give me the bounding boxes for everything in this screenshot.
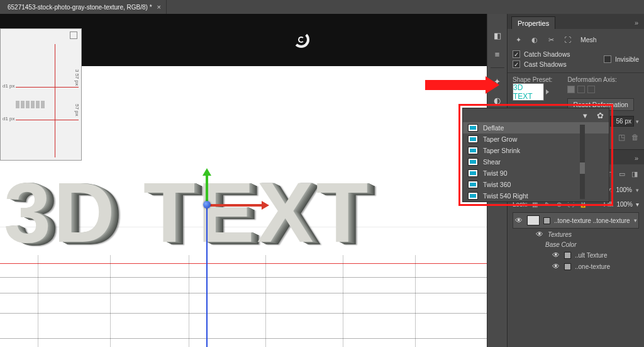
preset-item-label: Taper Grow bbox=[483, 135, 517, 143]
axis-y-button[interactable] bbox=[577, 86, 585, 93]
preset-item-shear[interactable]: Shear bbox=[463, 156, 609, 168]
catch-shadows-label: Catch Shadows bbox=[524, 50, 570, 58]
3d-text-object[interactable]: 3D TEXT bbox=[4, 164, 370, 261]
gear-icon[interactable]: ✿ bbox=[595, 110, 605, 120]
canvas-viewport[interactable]: d1 px d1 px 3 57 px 57 px bbox=[0, 14, 487, 347]
shape-preset-label: Shape Preset: bbox=[513, 76, 552, 83]
visibility-toggle-icon[interactable]: 👁 bbox=[535, 230, 544, 239]
filter-smart-icon[interactable]: ◨ bbox=[630, 169, 639, 179]
cap-mode-icon[interactable]: ✂ bbox=[545, 34, 557, 45]
layer-name[interactable]: ..tone-texture ..tone-texture bbox=[554, 217, 630, 224]
document-tab-bar: 65271453-stock-photo-gray-stone-texture,… bbox=[0, 0, 644, 14]
properties-tab-bar: Properties » bbox=[508, 14, 644, 29]
preset-item-label: Twist 90 bbox=[483, 169, 508, 177]
scrollbar-thumb[interactable] bbox=[580, 162, 585, 174]
preset-dropdown-icon[interactable]: ▾ bbox=[580, 110, 590, 120]
layer-sub-row[interactable]: Base Color bbox=[513, 240, 639, 249]
texture-thumbnail[interactable] bbox=[564, 263, 571, 270]
preset-item-label: Shear bbox=[483, 158, 501, 166]
preset-item-label: Deflate bbox=[483, 124, 504, 132]
chevron-down-icon[interactable]: ▾ bbox=[636, 187, 639, 193]
shape-preset-picker[interactable]: 3D TEXT bbox=[513, 83, 544, 101]
layer-sub-row[interactable]: 👁 ..one-texture bbox=[513, 261, 639, 272]
tool-icon[interactable]: ◧ bbox=[491, 28, 504, 42]
shape-preset-popup: ▾ ✿ Deflate Taper Grow Taper Shrink Shea… bbox=[458, 104, 613, 206]
preset-item-twist-540-right[interactable]: Twist 540 Right bbox=[463, 190, 609, 202]
filter-shape-icon[interactable]: ▭ bbox=[617, 169, 626, 179]
textures-label: Textures bbox=[548, 231, 572, 238]
visibility-toggle-icon[interactable]: 👁 bbox=[552, 251, 560, 259]
fill-value[interactable]: 100% bbox=[616, 201, 633, 208]
layer-sub-row[interactable]: 👁 ..ult Texture bbox=[513, 249, 639, 261]
chevron-down-icon[interactable]: ▾ bbox=[634, 217, 637, 224]
trash-icon[interactable]: 🗑 bbox=[631, 133, 639, 142]
texture-thumbnail[interactable] bbox=[564, 252, 571, 259]
close-icon[interactable]: × bbox=[157, 3, 161, 11]
y-axis-arrow-icon[interactable] bbox=[203, 168, 211, 176]
loading-spinner-icon bbox=[293, 31, 309, 48]
extrude-input-row: ▾ bbox=[610, 116, 639, 127]
layer-3d-badge-icon bbox=[543, 217, 550, 224]
shape-preset-list: Deflate Taper Grow Taper Shrink Shear Tw… bbox=[463, 122, 609, 202]
layer-thumbnail[interactable] bbox=[527, 215, 540, 225]
preset-item-label: Twist 360 bbox=[483, 181, 511, 188]
cast-shadows-checkbox[interactable] bbox=[513, 60, 520, 68]
chevron-down-icon[interactable]: ▾ bbox=[636, 201, 639, 208]
deform-axis-label: Deformation Axis: bbox=[567, 76, 634, 83]
origin-handle[interactable] bbox=[203, 201, 211, 208]
cast-shadows-label: Cast Shadows bbox=[524, 60, 567, 68]
render-icon[interactable]: ◳ bbox=[618, 133, 625, 142]
panel-menu-icon[interactable]: » bbox=[631, 19, 641, 29]
navigator-panel[interactable]: d1 px d1 px 3 57 px 57 px bbox=[0, 28, 82, 161]
preset-item-twist-360[interactable]: Twist 360 bbox=[463, 179, 609, 190]
shape-preset-thumb-text: 3D TEXT bbox=[513, 83, 543, 101]
deform-mode-icon[interactable]: ◐ bbox=[529, 34, 540, 45]
ruler-label: 57 px bbox=[74, 104, 80, 117]
tool-icon[interactable]: ≡ bbox=[491, 47, 504, 61]
chevron-down-icon[interactable]: ▾ bbox=[636, 118, 639, 125]
ruler-label: d1 px bbox=[2, 83, 16, 89]
annotation-arrow-icon bbox=[425, 77, 499, 93]
x-axis-handle[interactable] bbox=[208, 204, 264, 207]
layer-sub-row[interactable]: 👁 Textures bbox=[513, 229, 639, 240]
tab-properties[interactable]: Properties bbox=[511, 16, 555, 29]
coord-mode-icon[interactable]: ⛶ bbox=[562, 34, 573, 45]
panel-options-icon[interactable] bbox=[70, 31, 77, 39]
invisible-checkbox[interactable] bbox=[604, 55, 611, 63]
chevron-down-icon bbox=[546, 89, 549, 94]
invisible-label: Invisible bbox=[615, 55, 639, 63]
base-color-label: Base Color bbox=[545, 241, 576, 248]
panel-menu-icon[interactable]: » bbox=[631, 154, 641, 164]
ruler-label: 3 57 px bbox=[74, 69, 80, 86]
texture-name[interactable]: ..one-texture bbox=[575, 263, 610, 270]
axis-x-button[interactable] bbox=[567, 86, 575, 93]
axis-z-button[interactable] bbox=[587, 86, 595, 93]
mesh-label: Mesh bbox=[580, 34, 597, 45]
preset-item-twist-90[interactable]: Twist 90 bbox=[463, 168, 609, 179]
preset-item-label: Taper Shrink bbox=[483, 147, 520, 154]
preset-item-taper-shrink[interactable]: Taper Shrink bbox=[463, 145, 609, 156]
preset-item-label: Twist 540 Right bbox=[483, 192, 528, 200]
visibility-toggle-icon[interactable]: 👁 bbox=[552, 262, 560, 271]
opacity-value[interactable]: 100% bbox=[616, 186, 632, 193]
layer-row[interactable]: 👁 ..tone-texture ..tone-texture ▾ bbox=[513, 212, 639, 229]
visibility-toggle-icon[interactable]: 👁 bbox=[514, 216, 523, 225]
ruler-label: d1 px bbox=[2, 116, 16, 122]
mesh-mode-icon[interactable]: ✦ bbox=[513, 34, 524, 45]
x-axis-arrow-icon[interactable] bbox=[262, 201, 269, 210]
preset-item-taper-grow[interactable]: Taper Grow bbox=[463, 134, 609, 145]
catch-shadows-checkbox[interactable] bbox=[513, 50, 520, 58]
z-axis-handle[interactable] bbox=[206, 203, 208, 347]
preset-item-deflate[interactable]: Deflate bbox=[463, 122, 609, 134]
document-tab-title: 65271453-stock-photo-gray-stone-texture,… bbox=[8, 4, 152, 11]
document-tab[interactable]: 65271453-stock-photo-gray-stone-texture,… bbox=[3, 0, 167, 14]
scrollbar[interactable] bbox=[580, 125, 585, 199]
extrude-input[interactable] bbox=[610, 116, 634, 127]
texture-name[interactable]: ..ult Texture bbox=[575, 252, 608, 259]
